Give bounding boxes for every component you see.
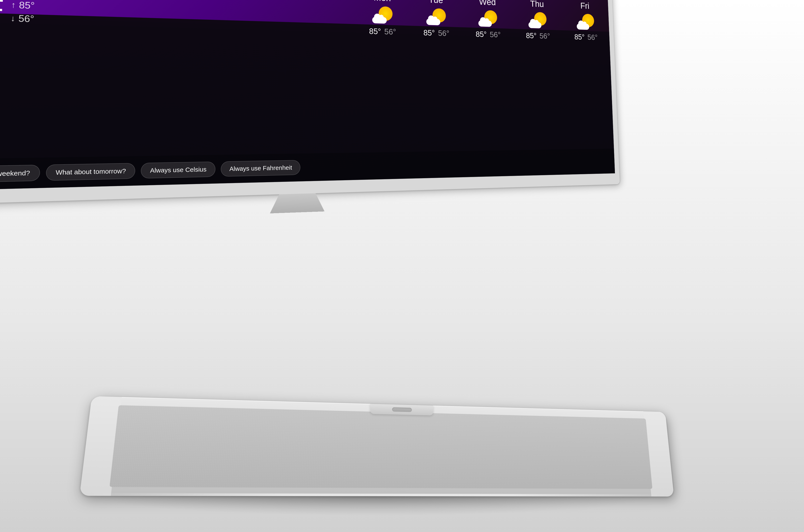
mini-puff2-thu [535, 20, 539, 25]
forecast-high-mon: 85° [369, 26, 381, 36]
forecast-icon-wed [478, 10, 498, 27]
mini-cloud-body-fri [577, 23, 589, 30]
mini-cloud-fri [577, 21, 590, 30]
mini-puff2-tue [433, 17, 437, 21]
mini-cloud-body-wed [479, 20, 492, 27]
forecast-icon-thu [528, 12, 547, 28]
mini-cloud-thu [528, 19, 542, 28]
speaker-base [80, 396, 674, 497]
forecast-temps-tue: 85° 56° [423, 28, 449, 38]
forecast-low-wed: 56° [490, 30, 501, 39]
suggestion-fahrenheit-button[interactable]: Always use Fahrenheit [221, 160, 300, 177]
forecast-temps-fri: 85° 56° [574, 33, 598, 42]
forecast-icon-mon [372, 6, 393, 24]
suggestion-celsius-button[interactable]: Always use Celsius [141, 162, 215, 178]
forecast-temps-mon: 85° 56° [369, 26, 396, 37]
forecast-low-fri: 56° [587, 33, 598, 42]
temp-high-value: 85° [19, 0, 35, 11]
tv-wrapper: City, KS 1% · Hum 55% · Weather.com [0, 0, 620, 228]
mini-puff2-fri [582, 21, 587, 26]
suggestion-tomorrow-button[interactable]: What about tomorrow? [46, 163, 135, 181]
forecast-high-thu: 85° [526, 31, 537, 40]
forecast-low-thu: 56° [540, 32, 550, 41]
forecast-day-tue-label: Tue [429, 0, 443, 5]
forecast-low-tue: 56° [438, 28, 449, 38]
temp-high: ↑ 85° [11, 0, 35, 11]
forecast-day-thu-label: Thu [530, 0, 544, 9]
mini-cloud-body-tue [426, 18, 441, 25]
mini-puff2-mon [379, 15, 384, 20]
current-temp: °F [0, 0, 4, 23]
temp-low: ↓ 56° [11, 13, 34, 24]
forecast-day-wed: Wed 85° 56° [462, 0, 513, 45]
speaker-grille [110, 405, 652, 489]
forecast-icon-fri [577, 14, 595, 30]
tv-frame: City, KS 1% · Hum 55% · Weather.com [0, 0, 620, 206]
forecast-day-fri-label: Fri [580, 1, 590, 11]
suggestion-weekend-button[interactable]: What about this weekend? [0, 165, 40, 184]
forecast-day-tue: Tue 85° 56° [409, 0, 463, 44]
speaker-button[interactable] [392, 407, 412, 412]
forecast-high-wed: 85° [475, 30, 487, 39]
forecast-temps-wed: 85° 56° [475, 30, 501, 39]
mini-cloud-wed [479, 18, 492, 27]
forecast-day-wed-label: Wed [479, 0, 496, 7]
mini-puff2-wed [485, 18, 489, 23]
forecast-high-tue: 85° [423, 28, 435, 38]
mini-cloud-body-mon [372, 17, 387, 24]
speaker-wrapper [80, 396, 674, 497]
forecast-low-mon: 56° [384, 27, 396, 37]
temp-display: °F [0, 0, 4, 23]
scene: City, KS 1% · Hum 55% · Weather.com [0, 0, 804, 532]
tv-stand [267, 193, 328, 213]
forecast-day-thu: Thu 85° 56° [512, 0, 563, 46]
arrow-down-icon: ↓ [11, 14, 15, 23]
forecast-high-fri: 85° [574, 33, 585, 41]
arrow-up-icon: ↑ [11, 0, 16, 10]
mini-cloud-body-thu [528, 22, 542, 28]
forecast-day-fri: Fri 85° 56° [561, 0, 610, 48]
temp-range: ↑ 85° ↓ 56° [11, 0, 35, 24]
mini-cloud-mon [372, 14, 387, 24]
forecast-temps-thu: 85° 56° [526, 31, 550, 41]
forecast-day-mon: Mon 85° 56° [355, 0, 410, 43]
current-weather: °F ↑ 85° ↓ 56° [0, 0, 35, 32]
speaker-notch [370, 404, 433, 416]
forecast-section: Mon 85° 56° [355, 0, 610, 48]
tv-screen: City, KS 1% · Hum 55% · Weather.com [0, 0, 615, 192]
temp-low-value: 56° [18, 13, 34, 24]
mini-cloud-tue [426, 16, 441, 25]
forecast-icon-tue [426, 8, 446, 25]
forecast-day-mon-label: Mon [373, 0, 391, 3]
